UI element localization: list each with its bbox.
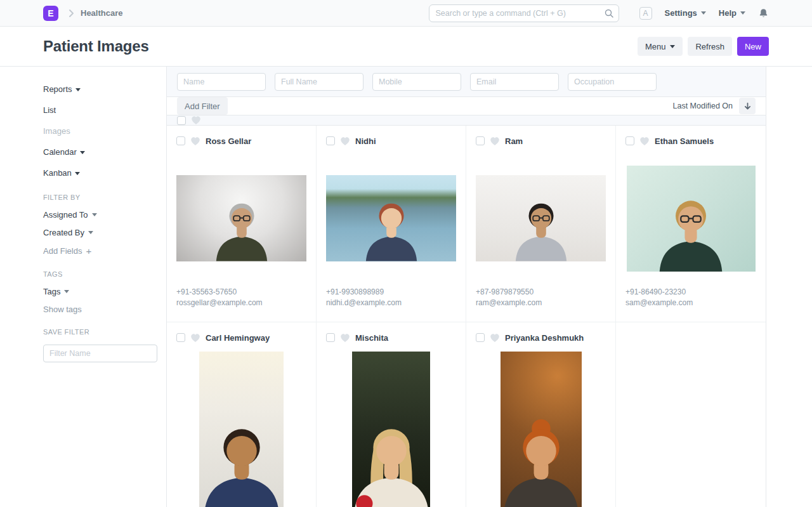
row-checkbox[interactable] (476, 136, 485, 145)
view-switcher: Reports List Images Calendar Kanban (43, 83, 154, 180)
like-heart-icon[interactable] (490, 136, 500, 146)
patient-card[interactable]: Carl Hemingway (167, 322, 317, 507)
patient-name[interactable]: Carl Hemingway (206, 333, 270, 343)
patient-name[interactable]: Mischita (355, 333, 388, 343)
notifications-bell-icon[interactable] (758, 8, 769, 18)
like-heart-icon[interactable] (340, 333, 350, 343)
sidebar-view-item[interactable]: Calendar (43, 146, 154, 159)
patient-card[interactable]: Ram (466, 126, 616, 322)
patient-photo[interactable] (326, 175, 456, 261)
app-logo[interactable]: E (43, 6, 58, 21)
standard-filter-mobile[interactable] (372, 73, 461, 91)
patient-name[interactable]: Ross Gellar (206, 136, 251, 146)
navbar: E Healthcare A Settings Help (0, 0, 812, 27)
search-input[interactable] (429, 4, 619, 22)
patient-name[interactable]: Priyanka Deshmukh (505, 333, 584, 343)
patient-phone: +91-35563-57650 (176, 287, 306, 298)
standard-filter-occupation[interactable] (568, 73, 657, 91)
list-header-row (167, 115, 766, 126)
patient-email: sam@example.com (625, 298, 756, 308)
search-icon[interactable] (604, 8, 614, 21)
sidebar-view-label: Calendar (43, 146, 77, 159)
person-silhouette (206, 190, 277, 261)
chevron-down-icon (701, 11, 706, 15)
patient-card[interactable]: Nidhi (317, 126, 466, 322)
sidebar-view-item[interactable]: Reports (43, 83, 154, 96)
patient-name[interactable]: Ethan Samuels (655, 136, 714, 146)
patient-email: ram@example.com (476, 298, 606, 308)
row-checkbox[interactable] (326, 333, 335, 342)
select-all-checkbox[interactable] (177, 116, 186, 125)
patient-card[interactable]: Mischita (317, 322, 466, 507)
chevron-down-icon (740, 11, 745, 15)
person-silhouette (506, 190, 577, 261)
row-checkbox[interactable] (625, 136, 634, 145)
settings-label: Settings (665, 8, 697, 18)
breadcrumb[interactable]: Healthcare (81, 8, 122, 18)
tags-section-label: TAGS (43, 270, 154, 278)
sidebar-view-label: Reports (43, 83, 72, 96)
patient-card[interactable]: Priyanka Deshmukh (466, 322, 616, 507)
patient-photo[interactable] (352, 352, 430, 507)
patient-photo[interactable] (501, 352, 582, 507)
sidebar-view-item[interactable]: List (43, 104, 154, 117)
created-by-filter[interactable]: Created By (43, 228, 154, 237)
refresh-button[interactable]: Refresh (688, 37, 732, 56)
sort-order-button[interactable] (739, 98, 756, 114)
patient-name[interactable]: Ram (505, 136, 523, 146)
page-title: Patient Images (43, 37, 149, 55)
row-checkbox[interactable] (176, 136, 185, 145)
add-fields-label: Add Fields (43, 246, 82, 256)
sidebar-view-label: Kanban (43, 167, 72, 180)
standard-filter-row (167, 67, 766, 97)
row-checkbox[interactable] (476, 333, 485, 342)
person-silhouette (648, 185, 735, 272)
standard-filter-email[interactable] (470, 73, 559, 91)
sort-by-selector[interactable]: Last Modified On (673, 102, 733, 110)
patient-photo[interactable] (176, 175, 306, 261)
like-heart-icon[interactable] (490, 333, 500, 343)
like-heart-icon[interactable] (340, 136, 350, 146)
like-heart-icon[interactable] (190, 333, 200, 343)
patient-photo[interactable] (476, 175, 606, 261)
standard-filter-full-name[interactable] (275, 73, 363, 91)
chevron-down-icon (64, 290, 69, 293)
list-sidebar: Reports List Images Calendar Kanban FILT… (0, 67, 166, 507)
person-silhouette (352, 410, 430, 507)
settings-menu[interactable]: Settings (665, 8, 706, 18)
chevron-down-icon (670, 45, 675, 48)
standard-filter-name[interactable] (177, 73, 266, 91)
add-fields-link[interactable]: Add Fields + (43, 246, 154, 256)
row-checkbox[interactable] (176, 333, 185, 342)
patient-email: nidhi.d@example.com (326, 298, 456, 308)
patient-card[interactable]: Ross Gellar (167, 126, 317, 322)
tags-filter[interactable]: Tags (43, 287, 154, 296)
sidebar-view-item[interactable]: Kanban (43, 167, 154, 180)
sidebar-view-label: Images (43, 125, 70, 138)
patient-photo[interactable] (199, 352, 284, 507)
add-filter-button[interactable]: Add Filter (177, 97, 228, 115)
patient-card[interactable]: Ethan Samuels (616, 126, 766, 322)
new-button[interactable]: New (737, 37, 769, 56)
person-silhouette (199, 410, 284, 507)
sidebar-view-item: Images (43, 125, 154, 138)
row-checkbox[interactable] (326, 136, 335, 145)
patient-phone: +91-9930898989 (326, 287, 456, 298)
empty-grid-cell (616, 322, 766, 507)
like-filter-heart-icon[interactable] (191, 115, 201, 125)
assigned-to-filter[interactable]: Assigned To (43, 210, 154, 220)
like-heart-icon[interactable] (639, 136, 650, 146)
help-menu[interactable]: Help (719, 8, 745, 18)
patient-phone: +91-86490-23230 (625, 287, 756, 298)
chevron-down-icon (80, 151, 85, 154)
menu-button[interactable]: Menu (638, 37, 683, 56)
filter-name-input[interactable] (43, 345, 157, 362)
created-by-label: Created By (43, 228, 84, 237)
user-avatar[interactable]: A (639, 7, 652, 20)
page-head: Patient Images Menu Refresh New (0, 27, 812, 67)
patient-name[interactable]: Nidhi (355, 136, 376, 146)
show-tags-link[interactable]: Show tags (43, 305, 154, 314)
help-label: Help (719, 8, 737, 18)
like-heart-icon[interactable] (190, 136, 200, 146)
patient-photo[interactable] (627, 166, 756, 272)
